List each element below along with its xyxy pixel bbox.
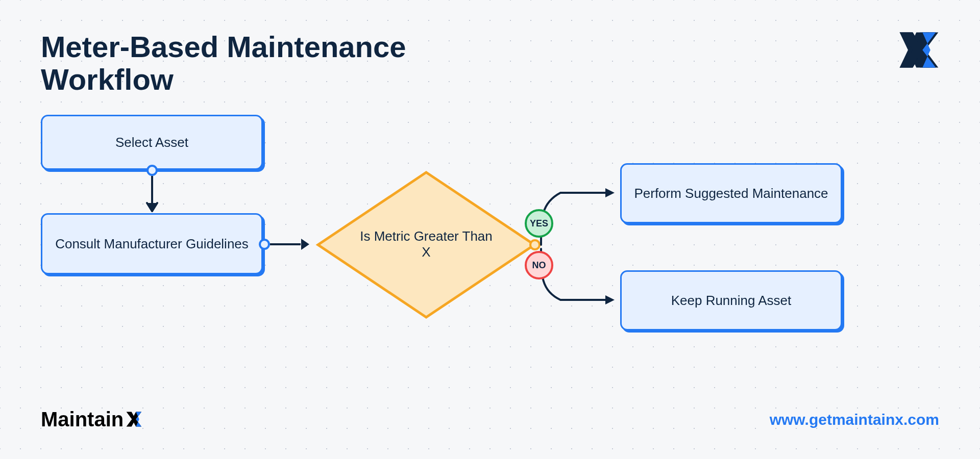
connector-dot-icon bbox=[259, 239, 270, 250]
page-title: Meter-Based Maintenance Workflow bbox=[41, 31, 500, 96]
node-keep-running: Keep Running Asset bbox=[620, 270, 842, 330]
decision-label: Is Metric Greater Than X bbox=[360, 228, 493, 260]
svg-marker-6 bbox=[605, 188, 615, 197]
arrowhead-right-icon bbox=[298, 237, 310, 251]
svg-marker-7 bbox=[605, 295, 615, 304]
badge-no: NO bbox=[525, 251, 553, 279]
badge-label: NO bbox=[532, 260, 546, 271]
node-label: Perform Suggested Maintenance bbox=[634, 186, 828, 201]
node-label: Consult Manufacturer Guidelines bbox=[55, 236, 249, 252]
connector-dot-icon bbox=[146, 165, 158, 176]
node-label: Select Asset bbox=[115, 135, 188, 150]
brand-text: Maintain bbox=[41, 408, 124, 431]
connector-dot-icon bbox=[529, 239, 541, 250]
node-perform-maintenance: Perform Suggested Maintenance bbox=[620, 163, 842, 223]
arrowhead-down-icon bbox=[145, 200, 159, 212]
branch-no-line bbox=[540, 245, 617, 306]
svg-marker-4 bbox=[301, 239, 309, 250]
badge-yes: YES bbox=[525, 209, 553, 238]
brand-url: www.getmaintainx.com bbox=[770, 411, 939, 428]
logo-x-icon bbox=[895, 28, 939, 72]
brand-x-icon bbox=[125, 410, 143, 433]
arrow-line bbox=[151, 176, 153, 202]
arrow-line bbox=[270, 243, 301, 245]
node-consult-guidelines: Consult Manufacturer Guidelines bbox=[41, 213, 263, 274]
brand-logo: Maintain bbox=[41, 408, 143, 431]
node-select-asset: Select Asset bbox=[41, 115, 263, 170]
node-label: Keep Running Asset bbox=[671, 293, 792, 309]
svg-marker-3 bbox=[146, 203, 158, 211]
badge-label: YES bbox=[530, 218, 548, 229]
